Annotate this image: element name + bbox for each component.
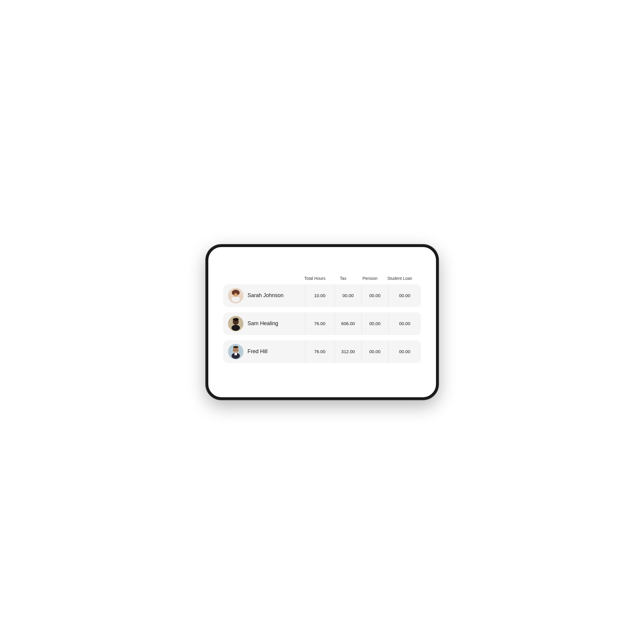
pension-value: 00.00 xyxy=(361,285,388,306)
table-row[interactable]: Sarah Johnson 10.00 00.00 00.00 00.00 xyxy=(223,284,421,307)
col-header-pension: Pension xyxy=(357,276,384,281)
table-row[interactable]: Sam Healing 76.00 606.00 00.00 00.00 xyxy=(223,312,421,335)
avatar xyxy=(228,316,243,331)
tax-value: 606.00 xyxy=(335,313,361,334)
student-loan-value: 00.00 xyxy=(388,285,421,306)
student-loan-value: 00.00 xyxy=(388,313,421,334)
pension-value: 00.00 xyxy=(361,341,388,362)
col-header-student-loan: Student Loan xyxy=(384,276,416,281)
col-header-tax: Tax xyxy=(330,276,357,281)
svg-point-5 xyxy=(237,291,240,295)
col-header-total-hours: Total Hours xyxy=(300,276,330,281)
pension-value: 00.00 xyxy=(361,313,388,334)
svg-point-4 xyxy=(232,291,235,295)
student-loan-value: 00.00 xyxy=(388,341,421,362)
device-frame: Total Hours Tax Pension Student Loan xyxy=(206,245,438,400)
tax-value: 00.00 xyxy=(335,285,361,306)
person-cell: Fred Hill xyxy=(223,340,305,363)
avatar xyxy=(228,344,243,359)
person-name: Sam Healing xyxy=(248,320,278,327)
svg-point-17 xyxy=(233,346,238,348)
table-row[interactable]: Fred Hill 76.00 312.00 00.00 00.00 xyxy=(223,340,421,363)
person-name: Fred Hill xyxy=(248,348,268,355)
person-cell: Sam Healing xyxy=(223,312,305,335)
payroll-table: Total Hours Tax Pension Student Loan xyxy=(223,276,421,368)
svg-point-9 xyxy=(233,318,239,321)
total-hours-value: 76.00 xyxy=(305,341,335,362)
svg-rect-12 xyxy=(235,353,237,355)
tax-value: 312.00 xyxy=(335,341,361,362)
svg-point-7 xyxy=(232,325,240,331)
total-hours-value: 10.00 xyxy=(305,285,335,306)
table-header: Total Hours Tax Pension Student Loan xyxy=(223,276,421,284)
total-hours-value: 76.00 xyxy=(305,313,335,334)
person-name: Sarah Johnson xyxy=(248,292,284,299)
person-cell: Sarah Johnson xyxy=(223,284,305,307)
svg-point-1 xyxy=(232,296,240,302)
avatar xyxy=(228,288,243,303)
